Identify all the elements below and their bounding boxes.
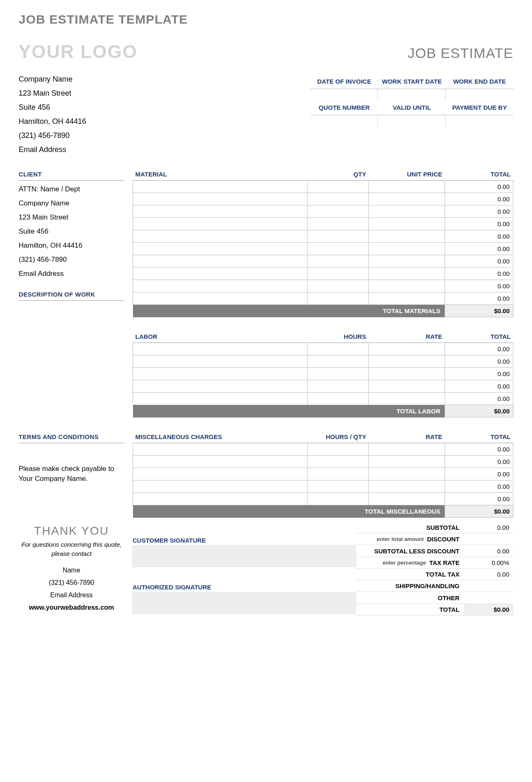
cell[interactable] <box>369 255 445 268</box>
cell[interactable] <box>308 268 369 280</box>
cell-desc[interactable] <box>133 292 308 305</box>
cell-total[interactable]: 0.00 <box>445 255 513 268</box>
cell[interactable] <box>308 368 369 380</box>
cell[interactable] <box>369 280 445 292</box>
cell[interactable] <box>308 181 369 193</box>
meta-value-work-start[interactable] <box>378 89 445 101</box>
cell-desc[interactable] <box>133 181 308 193</box>
cell[interactable] <box>308 193 369 205</box>
cell-desc[interactable] <box>133 456 308 468</box>
cell[interactable] <box>308 393 369 405</box>
cell-total[interactable]: 0.00 <box>445 243 513 255</box>
cell[interactable] <box>369 380 445 393</box>
misc-total-label: TOTAL MISCELLANEOUS <box>133 505 445 518</box>
cell[interactable] <box>369 456 445 468</box>
meta-value-payment-due[interactable] <box>446 115 513 127</box>
cell-total[interactable]: 0.00 <box>445 368 513 380</box>
shipping-value[interactable] <box>464 580 513 592</box>
cell-desc[interactable] <box>133 230 308 243</box>
cell[interactable] <box>308 205 369 218</box>
cell[interactable] <box>308 443 369 456</box>
cell-total[interactable]: 0.00 <box>445 480 513 493</box>
cell-total[interactable]: 0.00 <box>445 181 513 193</box>
cell[interactable] <box>308 456 369 468</box>
cell-total[interactable]: 0.00 <box>445 380 513 393</box>
cell[interactable] <box>308 255 369 268</box>
cell-total[interactable]: 0.00 <box>445 443 513 456</box>
labor-table: LABOR HOURS RATE TOTAL 0.000.000.000.000… <box>133 330 513 418</box>
cell[interactable] <box>369 393 445 405</box>
cell-total[interactable]: 0.00 <box>445 292 513 305</box>
cell-desc[interactable] <box>133 243 308 255</box>
meta-value-quote-number[interactable] <box>310 115 378 127</box>
cell[interactable] <box>369 355 445 368</box>
cell[interactable] <box>308 493 369 505</box>
cell-desc[interactable] <box>133 205 308 218</box>
meta-value-date-invoice[interactable] <box>310 89 378 101</box>
cell[interactable] <box>308 468 369 480</box>
authorized-signature-box[interactable] <box>133 592 356 614</box>
cell[interactable] <box>369 493 445 505</box>
cell-total[interactable]: 0.00 <box>445 468 513 480</box>
subtotal-less-value: 0.00 <box>464 545 513 557</box>
cell[interactable] <box>369 218 445 230</box>
cell-total[interactable]: 0.00 <box>445 230 513 243</box>
cell[interactable] <box>308 355 369 368</box>
cell[interactable] <box>369 468 445 480</box>
cell[interactable] <box>308 292 369 305</box>
cell[interactable] <box>308 480 369 493</box>
cell-total[interactable]: 0.00 <box>445 355 513 368</box>
cell-desc[interactable] <box>133 218 308 230</box>
cell-total[interactable]: 0.00 <box>445 205 513 218</box>
cell-total[interactable]: 0.00 <box>445 343 513 355</box>
cell-desc[interactable] <box>133 268 308 280</box>
cell-desc[interactable] <box>133 443 308 456</box>
meta-value-work-end[interactable] <box>446 89 513 101</box>
cell-total[interactable]: 0.00 <box>445 456 513 468</box>
cell-total[interactable]: 0.00 <box>445 193 513 205</box>
cell[interactable] <box>369 193 445 205</box>
cell-total[interactable]: 0.00 <box>445 393 513 405</box>
cell-total[interactable]: 0.00 <box>445 493 513 505</box>
cell[interactable] <box>369 181 445 193</box>
table-row: 0.00 <box>133 343 513 355</box>
cell[interactable] <box>369 243 445 255</box>
cell-total[interactable]: 0.00 <box>445 280 513 292</box>
cell[interactable] <box>369 205 445 218</box>
cell[interactable] <box>308 343 369 355</box>
cell[interactable] <box>369 443 445 456</box>
cell[interactable] <box>369 230 445 243</box>
customer-signature-box[interactable] <box>133 545 356 567</box>
labor-col-hours: HOURS <box>308 330 369 343</box>
cell[interactable] <box>308 380 369 393</box>
cell[interactable] <box>308 230 369 243</box>
cell-desc[interactable] <box>133 468 308 480</box>
taxrate-value[interactable]: 0.00% <box>464 557 513 569</box>
cell-desc[interactable] <box>133 255 308 268</box>
cell[interactable] <box>369 480 445 493</box>
cell[interactable] <box>369 268 445 280</box>
cell-desc[interactable] <box>133 343 308 355</box>
cell[interactable] <box>308 218 369 230</box>
cell-desc[interactable] <box>133 280 308 292</box>
client-suite: Suite 456 <box>19 224 124 239</box>
cell-desc[interactable] <box>133 393 308 405</box>
meta-header: DATE OF INVOICE <box>310 75 378 89</box>
cell-total[interactable]: 0.00 <box>445 268 513 280</box>
cell[interactable] <box>308 280 369 292</box>
cell[interactable] <box>369 368 445 380</box>
cell-desc[interactable] <box>133 480 308 493</box>
discount-value[interactable] <box>464 533 513 545</box>
other-value[interactable] <box>464 592 513 604</box>
cell-desc[interactable] <box>133 493 308 505</box>
cell[interactable] <box>369 343 445 355</box>
meta-value-valid-until[interactable] <box>378 115 445 127</box>
cell-desc[interactable] <box>133 368 308 380</box>
cell-desc[interactable] <box>133 380 308 393</box>
cell-total[interactable]: 0.00 <box>445 218 513 230</box>
cell[interactable] <box>369 292 445 305</box>
cell-desc[interactable] <box>133 355 308 368</box>
cell-desc[interactable] <box>133 193 308 205</box>
discount-hint: enter total amount <box>377 535 423 543</box>
cell[interactable] <box>308 243 369 255</box>
